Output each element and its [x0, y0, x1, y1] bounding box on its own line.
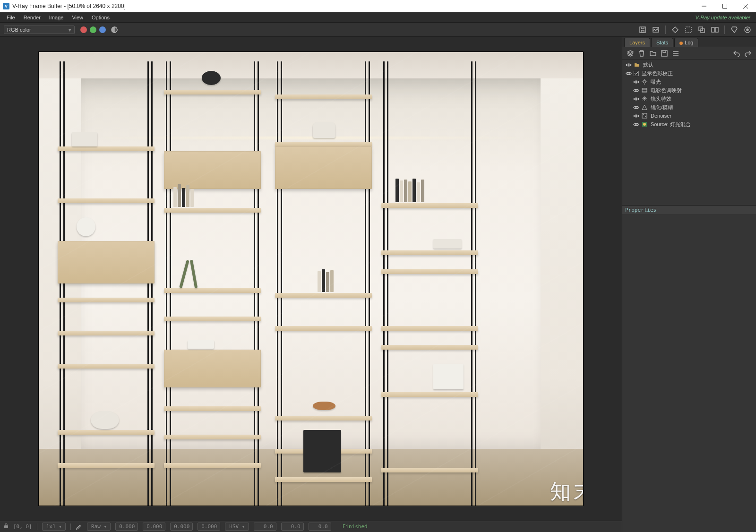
- svg-point-21: [636, 107, 637, 108]
- properties-header[interactable]: Properties: [622, 206, 756, 214]
- svg-point-20: [636, 98, 637, 100]
- svg-rect-13: [662, 51, 667, 56]
- layer-row[interactable]: 锐化/模糊: [622, 103, 756, 112]
- green-channel-dot[interactable]: [90, 26, 96, 33]
- tab-log[interactable]: Log: [674, 38, 698, 47]
- svg-point-15: [628, 73, 629, 74]
- svg-rect-12: [4, 525, 8, 528]
- update-available-text[interactable]: V-Ray update available!: [696, 15, 753, 20]
- menu-render[interactable]: Render: [20, 13, 44, 22]
- sharpen-icon: [641, 104, 648, 111]
- layer-row[interactable]: 默认: [622, 60, 756, 69]
- source-icon: [641, 121, 648, 128]
- layer-row[interactable]: Denoiser: [622, 112, 756, 120]
- layers-list: 默认 显示色彩校正 曝光 电影色调映射 镜头特效: [622, 60, 756, 129]
- add-layer-icon[interactable]: [626, 49, 635, 58]
- cursor-coords: [0, 0]: [13, 523, 32, 530]
- raw-g-value: 0.000: [143, 523, 165, 531]
- rgb-channel-dots: [80, 26, 106, 33]
- layer-label: 默认: [643, 61, 653, 69]
- render-last-icon[interactable]: [743, 25, 752, 34]
- menu-image[interactable]: Image: [45, 13, 68, 22]
- window-close-button[interactable]: [735, 0, 756, 12]
- eye-icon[interactable]: [625, 70, 632, 77]
- window-titlebar: V V-Ray Frame Buffer - [50.0% of 2640 x …: [0, 0, 756, 12]
- region-render-icon[interactable]: [684, 25, 693, 34]
- undo-icon[interactable]: [732, 49, 741, 58]
- status-message: Finished: [343, 523, 368, 530]
- layers-toolbar: [622, 47, 756, 60]
- menu-view[interactable]: View: [68, 13, 87, 22]
- color-mode-hsv[interactable]: HSV: [225, 523, 249, 531]
- layer-row[interactable]: Source: 灯光混合: [622, 120, 756, 129]
- layer-checkbox[interactable]: [634, 71, 639, 76]
- lock-icon[interactable]: [4, 523, 9, 530]
- svg-point-28: [643, 123, 646, 126]
- red-channel-dot[interactable]: [80, 26, 87, 33]
- load-image-icon[interactable]: [651, 25, 661, 34]
- svg-rect-2: [640, 27, 645, 33]
- svg-rect-8: [712, 27, 714, 32]
- hsv-s-value: 0.0: [281, 523, 304, 531]
- rendered-image: 知末 ID: 1146677945: [39, 52, 583, 506]
- track-mouse-icon[interactable]: [697, 25, 706, 34]
- svg-point-11: [747, 29, 748, 31]
- pick-color-icon[interactable]: [670, 25, 680, 34]
- svg-rect-19: [642, 88, 647, 92]
- toolbar-separator: [665, 26, 666, 34]
- toolbar-separator: [724, 26, 725, 34]
- redo-icon[interactable]: [744, 49, 752, 58]
- denoiser-icon: [641, 112, 648, 119]
- eyedropper-icon[interactable]: [76, 523, 82, 530]
- resolution-mode-select[interactable]: 1x1: [42, 523, 66, 531]
- layer-label: 显示色彩校正: [642, 70, 673, 77]
- window-title: V-Ray Frame Buffer - [50.0% of 2640 x 22…: [12, 3, 126, 9]
- svg-point-24: [643, 114, 644, 115]
- layer-row[interactable]: 曝光: [622, 77, 756, 86]
- lens-effects-icon: [641, 95, 648, 102]
- svg-rect-0: [723, 4, 727, 8]
- side-panel-tabs: Layers Stats Log: [622, 37, 756, 47]
- svg-point-16: [636, 81, 637, 83]
- save-preset-icon[interactable]: [660, 49, 669, 58]
- svg-point-22: [636, 115, 637, 117]
- eye-icon[interactable]: [633, 78, 639, 85]
- color-mode-raw[interactable]: Raw: [87, 523, 111, 531]
- alpha-channel-icon[interactable]: [110, 25, 119, 34]
- eye-icon[interactable]: [633, 121, 639, 128]
- hsv-h-value: 0.0: [254, 523, 276, 531]
- window-minimize-button[interactable]: [694, 0, 714, 12]
- new-folder-icon[interactable]: [649, 49, 657, 58]
- filmic-icon: [641, 87, 648, 94]
- compare-ab-icon[interactable]: [710, 25, 720, 34]
- layer-label: 电影色调映射: [651, 87, 682, 94]
- svg-point-18: [636, 90, 637, 91]
- eye-icon[interactable]: [633, 104, 639, 111]
- options-icon[interactable]: [671, 49, 680, 58]
- render-viewport[interactable]: 知末 ID: 1146677945: [0, 37, 622, 521]
- save-image-icon[interactable]: [638, 25, 647, 34]
- folder-icon: [634, 61, 640, 68]
- blue-channel-dot[interactable]: [99, 26, 106, 33]
- delete-layer-icon[interactable]: [637, 49, 646, 58]
- svg-point-26: [636, 124, 637, 125]
- menu-file[interactable]: File: [3, 13, 19, 22]
- eye-icon[interactable]: [633, 95, 639, 102]
- menu-bar: File Render Image View Options V-Ray upd…: [0, 12, 756, 23]
- status-bar: [0, 0] 1x1 Raw 0.000 0.000 0.000 0.000 H…: [0, 521, 622, 532]
- stop-render-icon[interactable]: [730, 25, 739, 34]
- exposure-icon: [641, 78, 648, 85]
- window-maximize-button[interactable]: [714, 0, 735, 12]
- layer-row[interactable]: 电影色调映射: [622, 86, 756, 94]
- eye-icon[interactable]: [625, 61, 632, 68]
- menu-options[interactable]: Options: [88, 13, 113, 22]
- tab-layers[interactable]: Layers: [624, 38, 650, 47]
- eye-icon[interactable]: [633, 112, 639, 119]
- layer-row[interactable]: 显示色彩校正: [622, 69, 756, 77]
- layer-row[interactable]: 镜头特效: [622, 94, 756, 103]
- tab-stats[interactable]: Stats: [651, 38, 673, 47]
- eye-icon[interactable]: [633, 87, 639, 94]
- raw-b-value: 0.000: [170, 523, 193, 531]
- channel-select[interactable]: RGB color: [4, 26, 75, 34]
- svg-point-14: [628, 64, 629, 66]
